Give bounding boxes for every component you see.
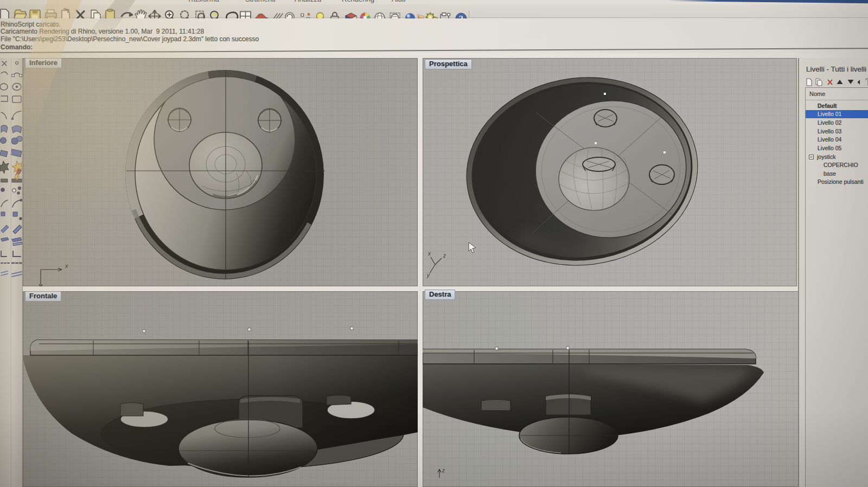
svg-text:x: x xyxy=(427,251,431,257)
svg-text:x: x xyxy=(65,262,68,269)
svg-text:z: z xyxy=(443,253,446,259)
svg-text:y: y xyxy=(426,272,430,278)
svg-text:z: z xyxy=(442,467,445,473)
